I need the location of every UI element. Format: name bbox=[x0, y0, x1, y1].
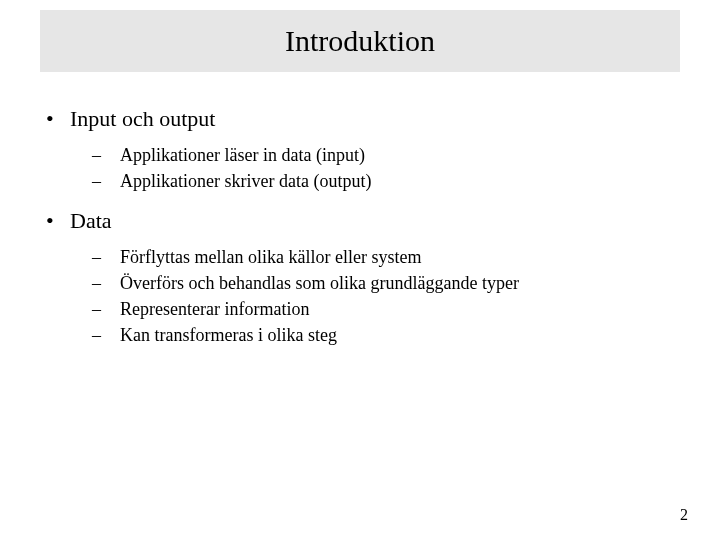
sub-label: Kan transformeras i olika steg bbox=[120, 322, 337, 348]
page-number: 2 bbox=[680, 506, 688, 524]
list-item: • Data – Förflyttas mellan olika källor … bbox=[40, 208, 680, 348]
list-item: – Applikationer läser in data (input) bbox=[92, 142, 680, 168]
bullet-icon: • bbox=[40, 208, 70, 234]
sub-list: – Förflyttas mellan olika källor eller s… bbox=[92, 244, 680, 348]
list-item: – Kan transformeras i olika steg bbox=[92, 322, 680, 348]
bullet-label: Input och output bbox=[70, 106, 215, 132]
dash-icon: – bbox=[92, 270, 120, 296]
bullet-label: Data bbox=[70, 208, 112, 234]
sub-label: Applikationer skriver data (output) bbox=[120, 168, 371, 194]
title-bar: Introduktion bbox=[40, 10, 680, 72]
dash-icon: – bbox=[92, 244, 120, 270]
slide-content: • Input och output – Applikationer läser… bbox=[0, 72, 720, 349]
list-item: – Representerar information bbox=[92, 296, 680, 322]
list-item: – Förflyttas mellan olika källor eller s… bbox=[92, 244, 680, 270]
list-item: • Input och output – Applikationer läser… bbox=[40, 106, 680, 194]
sub-label: Överförs och behandlas som olika grundlä… bbox=[120, 270, 519, 296]
sub-list: – Applikationer läser in data (input) – … bbox=[92, 142, 680, 194]
bullet-icon: • bbox=[40, 106, 70, 132]
list-item: – Applikationer skriver data (output) bbox=[92, 168, 680, 194]
slide-title: Introduktion bbox=[40, 24, 680, 58]
dash-icon: – bbox=[92, 168, 120, 194]
dash-icon: – bbox=[92, 322, 120, 348]
dash-icon: – bbox=[92, 296, 120, 322]
list-item: – Överförs och behandlas som olika grund… bbox=[92, 270, 680, 296]
bullet-list: • Input och output – Applikationer läser… bbox=[40, 106, 680, 349]
sub-label: Applikationer läser in data (input) bbox=[120, 142, 365, 168]
sub-label: Representerar information bbox=[120, 296, 309, 322]
dash-icon: – bbox=[92, 142, 120, 168]
sub-label: Förflyttas mellan olika källor eller sys… bbox=[120, 244, 421, 270]
